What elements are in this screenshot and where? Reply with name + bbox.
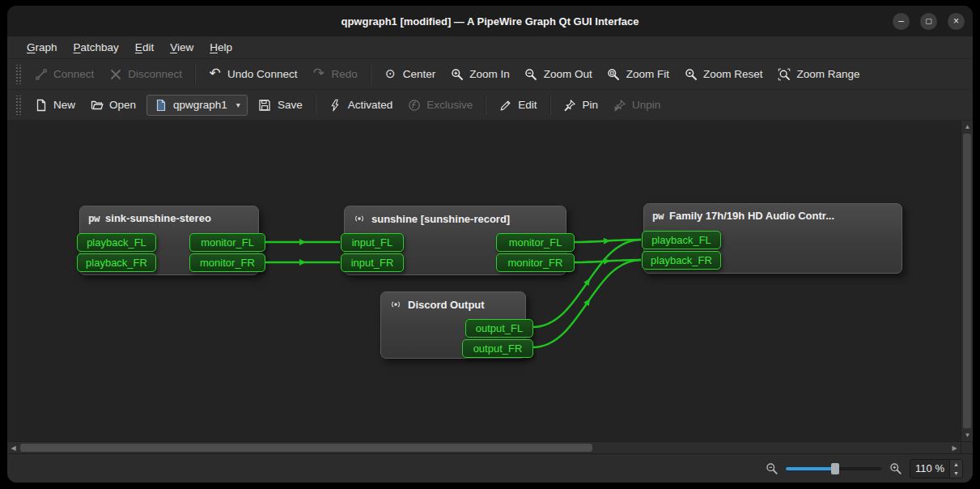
menubar: Graph Patchbay Edit View Help [7,36,973,59]
node-sink-sunshine-stereo[interactable]: pw sink-sunshine-stereo playback_FL play… [79,206,259,275]
scroll-up-button[interactable]: ▲ [961,121,973,133]
pin-button[interactable]: Pin [556,94,606,117]
vertical-scrollbar[interactable]: ▲ ▼ [961,121,973,441]
node-discord-output[interactable]: Discord Output output_FL output_FR [380,291,526,359]
toolbar-separator [194,65,196,84]
new-button[interactable]: New [27,94,83,117]
port-input[interactable]: playback_FR [642,251,721,270]
titlebar: qpwgraph1 [modified] — A PipeWire Graph … [7,6,973,36]
zoom-value: 110 % [910,460,949,478]
zoom-reset-button[interactable]: Zoom Reset [677,63,770,86]
port-input[interactable]: playback_FR [77,253,156,272]
activated-button[interactable]: Activated [321,94,401,117]
close-button[interactable]: × [948,13,965,30]
scroll-down-button[interactable]: ▼ [961,429,973,441]
menu-view[interactable]: View [162,36,202,58]
connection-layer [7,121,961,441]
connect-button[interactable]: Connect [27,63,101,86]
toolbar-main: Connect Disconnect ↶ Undo Connect ↷ Redo… [7,59,973,90]
edit-button[interactable]: Edit [491,94,544,117]
zoom-spinbox[interactable]: 110 % ▲ ▼ [910,459,963,478]
redo-icon: ↷ [312,66,325,80]
port-input[interactable]: playback_FL [642,231,721,249]
lightning-icon [329,98,342,112]
toolbar-separator [370,65,371,84]
port-output[interactable]: output_FL [465,319,533,338]
zoom-spin-down-button[interactable]: ▼ [950,469,962,478]
pipewire-icon: pw [652,210,664,222]
cable-arrow-icon [583,277,592,286]
app-icon [353,212,366,225]
node-family-hd-audio[interactable]: pw Family 17h/19h HD Audio Contr... play… [643,203,902,274]
exclusive-icon [407,98,421,112]
cable-arrow-icon [604,257,611,265]
maximize-button[interactable]: ▢ [920,13,937,30]
port-output[interactable]: output_FR [462,339,533,358]
zoom-in-button[interactable]: Zoom In [443,63,517,86]
toolbar-patchbay: New Open qpwgraph1 ▾ Save Act [7,90,973,121]
scroll-left-button[interactable]: ◀ [7,442,19,454]
zoom-out-icon [524,67,538,81]
unpin-icon [613,98,626,112]
undo-connect-button[interactable]: ↶ Undo Connect [201,63,304,86]
minimize-button[interactable]: – [893,13,910,30]
graph-canvas[interactable]: pw sink-sunshine-stereo playback_FL play… [7,121,961,441]
center-button[interactable]: ⊙ Center [376,63,443,86]
zoom-slider-handle[interactable] [831,463,839,474]
port-output[interactable]: monitor_FR [496,253,575,272]
connection-cable[interactable] [574,260,641,262]
pipewire-icon: pw [88,212,100,224]
cable-arrow-icon [299,239,306,245]
zoom-reset-icon [684,67,698,81]
statusbar: 110 % ▲ ▼ [7,453,973,483]
save-icon [258,98,272,112]
scrollbar-corner [961,441,973,453]
window-title: qpwgraph1 [modified] — A PipeWire Graph … [341,15,638,28]
port-input[interactable]: input_FR [341,253,404,272]
port-output[interactable]: monitor_FL [496,233,575,252]
scroll-right-button[interactable]: ▶ [948,442,961,454]
menu-help[interactable]: Help [202,36,240,58]
zoom-slider[interactable] [786,462,881,475]
minimize-icon: – [898,16,904,26]
maximize-icon: ▢ [925,18,932,25]
new-file-icon [34,98,48,112]
node-title: sunshine [sunshine-record] [371,213,510,225]
cable-arrow-icon [299,259,306,266]
zoom-spin-up-button[interactable]: ▲ [950,460,962,469]
zoom-range-icon [778,67,791,81]
open-button[interactable]: Open [83,94,143,117]
patchbay-file-icon [154,98,168,112]
connection-cable[interactable] [574,240,641,242]
toolbar-separator [485,96,486,115]
disconnect-icon [108,67,122,81]
node-title: Discord Output [408,299,485,311]
menu-edit[interactable]: Edit [127,36,162,58]
zoom-out-icon [765,461,778,475]
port-input[interactable]: input_FL [341,233,404,252]
zoom-out-button[interactable]: Zoom Out [517,63,600,86]
patchbay-selector[interactable]: qpwgraph1 ▾ [146,95,248,116]
menu-graph[interactable]: Graph [19,36,66,58]
port-input[interactable]: playback_FL [77,233,156,252]
zoom-range-button[interactable]: Zoom Range [770,63,868,86]
pencil-icon [498,98,512,112]
vertical-scroll-thumb[interactable] [963,134,971,428]
save-button[interactable]: Save [251,94,310,117]
toolbar-drag-handle[interactable] [15,65,21,84]
horizontal-scrollbar[interactable]: ◀ ▶ [7,441,961,453]
exclusive-button[interactable]: Exclusive [400,94,480,117]
zoom-fit-button[interactable]: Zoom Fit [600,63,677,86]
horizontal-scroll-thumb[interactable] [20,444,592,452]
redo-button[interactable]: ↷ Redo [304,63,364,86]
cable-arrow-icon [583,297,592,306]
toolbar-drag-handle[interactable] [15,96,21,115]
unpin-button[interactable]: Unpin [605,94,668,117]
open-folder-icon [90,98,104,112]
node-sunshine[interactable]: sunshine [sunshine-record] input_FL inpu… [344,206,566,275]
cable-arrow-icon [604,237,611,244]
menu-patchbay[interactable]: Patchbay [66,36,127,58]
port-output[interactable]: monitor_FL [189,233,265,252]
disconnect-button[interactable]: Disconnect [101,63,189,86]
port-output[interactable]: monitor_FR [189,253,265,272]
